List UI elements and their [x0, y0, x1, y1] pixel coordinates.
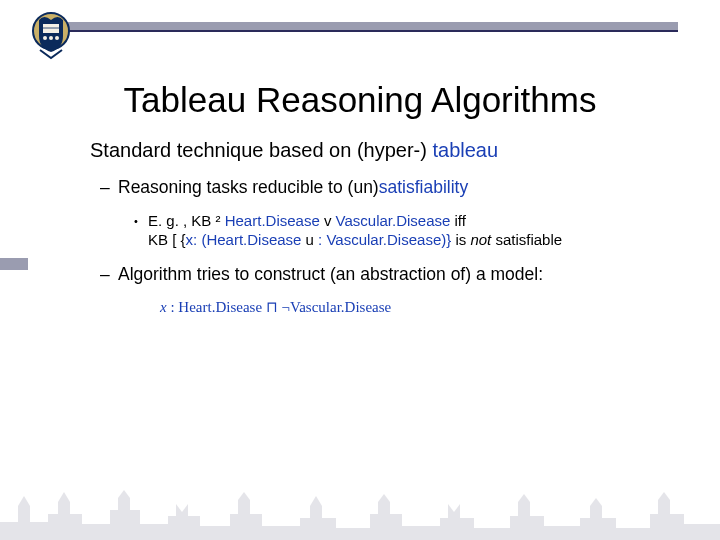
- text: Algorithm tries to construct (an abstrac…: [118, 264, 543, 284]
- text: : Vascular.Disease)}: [314, 231, 451, 248]
- text: : (Heart.Disease: [193, 231, 306, 248]
- slide: Tableau Reasoning Algorithms Standard te…: [0, 0, 720, 540]
- header-underline: [42, 30, 678, 32]
- variable-x: x: [160, 299, 167, 315]
- slide-title: Tableau Reasoning Algorithms: [0, 80, 720, 120]
- oxford-crest-icon: [30, 10, 72, 60]
- concept-heart-disease: Heart.Disease: [221, 212, 324, 229]
- formula-line: x : Heart.Disease ⊓ ¬Vascular.Disease: [160, 298, 670, 316]
- svg-rect-1: [43, 24, 59, 33]
- highlight-term: tableau: [432, 139, 498, 161]
- emphasis-not: not: [470, 231, 491, 248]
- header-bar: [42, 22, 678, 30]
- svg-point-4: [49, 36, 53, 40]
- text: Reasoning tasks reducible to (un): [118, 177, 379, 197]
- text: {: [176, 231, 185, 248]
- text: E. g. , KB: [148, 212, 216, 229]
- svg-point-3: [43, 36, 47, 40]
- operator: ⊓ ¬: [262, 299, 290, 315]
- concept-heart-disease: Heart.Disease: [178, 299, 262, 315]
- skyline-silhouette-icon: [0, 484, 720, 540]
- text: satisfiable: [491, 231, 562, 248]
- bullet-level-1: Reasoning tasks reducible to (un)satisfi…: [118, 177, 670, 199]
- bullet-level-0: Standard technique based on (hyper-) tab…: [90, 138, 670, 163]
- symbol: u: [306, 231, 314, 248]
- svg-point-5: [55, 36, 59, 40]
- concept-vascular-disease: Vascular.Disease: [290, 299, 391, 315]
- decorative-box: [0, 258, 28, 270]
- text: is: [451, 231, 470, 248]
- variable-x: x: [186, 231, 194, 248]
- text: KB: [148, 231, 172, 248]
- bullet-level-1: Algorithm tries to construct (an abstrac…: [118, 264, 670, 286]
- text: Standard technique based on (hyper-): [90, 139, 432, 161]
- text: iff: [450, 212, 466, 229]
- text: :: [167, 299, 179, 315]
- slide-body: Standard technique based on (hyper-) tab…: [90, 138, 670, 316]
- highlight-term: satisfiability: [379, 177, 468, 197]
- concept-vascular-disease: Vascular.Disease: [331, 212, 450, 229]
- bullet-level-2: E. g. , KB ² Heart.Disease v Vascular.Di…: [148, 211, 670, 250]
